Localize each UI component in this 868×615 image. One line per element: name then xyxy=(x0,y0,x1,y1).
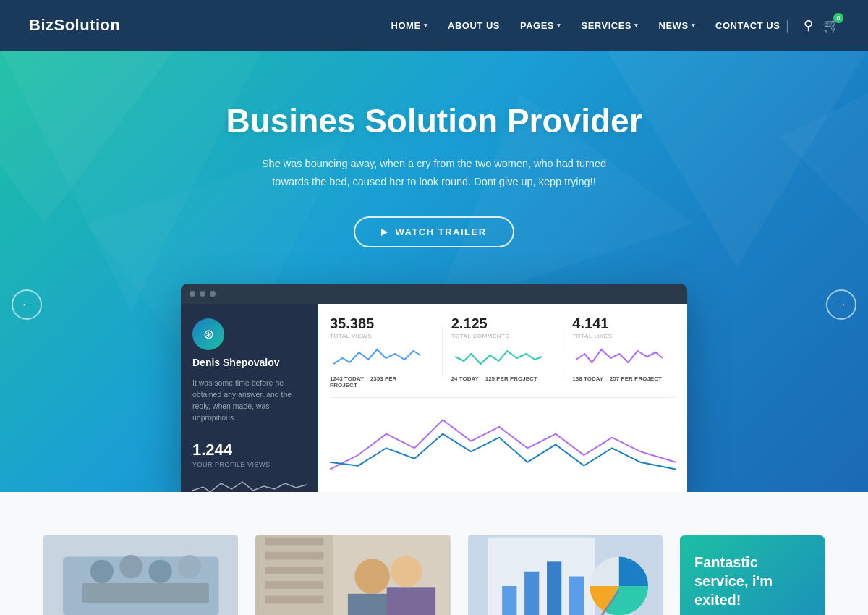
stat-label-comments: TOTAL COMMENTS xyxy=(451,333,546,339)
stats-divider-2 xyxy=(563,327,563,378)
chevron-down-icon: ▾ xyxy=(424,22,428,29)
stat-label-likes: TOTAL LIKES xyxy=(572,333,667,339)
hero-subtitle: She was bouncing away, when a cry from t… xyxy=(246,155,622,190)
svg-point-22 xyxy=(355,559,390,594)
svg-rect-30 xyxy=(547,562,561,615)
mockup-dot-3 xyxy=(210,291,216,297)
nav-item-services[interactable]: SERVICES ▾ xyxy=(582,20,639,31)
dashboard-mockup: ⊛ Denis Shepovalov It was some time befo… xyxy=(181,284,687,492)
stat-num-views: 35.385 xyxy=(330,315,425,332)
mockup-body: ⊛ Denis Shepovalov It was some time befo… xyxy=(181,304,687,492)
profile-avatar: ⊛ xyxy=(192,318,224,350)
chevron-down-icon: ▾ xyxy=(692,22,696,29)
service-img-3 xyxy=(468,535,663,615)
stat-sub-comments: 24 TODAY 125 PER PROJECT xyxy=(451,376,546,382)
svg-rect-31 xyxy=(569,577,584,615)
svg-marker-2 xyxy=(607,51,867,267)
hero-section: ← → Busines Solution Provider She was bo… xyxy=(0,51,868,492)
nav-item-about[interactable]: ABOUT US xyxy=(448,20,500,31)
svg-rect-19 xyxy=(265,567,324,574)
hero-title: Busines Solution Provider xyxy=(226,101,642,140)
nav-icons: ⚲ 🛒 0 xyxy=(804,17,839,33)
cart-icon[interactable]: 🛒 0 xyxy=(823,17,839,33)
search-icon[interactable]: ⚲ xyxy=(804,17,813,33)
svg-rect-17 xyxy=(265,538,324,546)
svg-point-11 xyxy=(178,555,201,578)
nav-item-news[interactable]: NEWS ▾ xyxy=(659,20,696,31)
svg-rect-25 xyxy=(387,588,435,615)
svg-point-10 xyxy=(148,560,171,583)
big-chart xyxy=(330,397,676,477)
nav-item-home[interactable]: HOME ▾ xyxy=(391,20,428,31)
svg-marker-0 xyxy=(0,51,174,224)
likes-chart xyxy=(572,344,667,370)
stats-divider-1 xyxy=(442,327,443,378)
service-card-2: Market Analysis The kit consists more th… xyxy=(255,535,450,615)
stat-item-views: 35.385 TOTAL VIEWS 1243 TODAY 2353 PER P… xyxy=(330,315,433,389)
site-logo[interactable]: BizSolution xyxy=(29,16,120,35)
svg-point-8 xyxy=(90,560,114,583)
profile-name: Denis Shepovalov xyxy=(192,356,307,369)
navbar: BizSolution HOME ▾ ABOUT US PAGES ▾ SERV… xyxy=(0,0,868,51)
chevron-down-icon: ▾ xyxy=(557,22,561,29)
stat-sub-views: 1243 TODAY 2353 PER PROJECT xyxy=(330,376,425,389)
svg-rect-28 xyxy=(502,586,516,615)
service-card-3: Investment Plan The kit consists more th… xyxy=(468,535,663,615)
svg-rect-20 xyxy=(265,582,324,590)
nav-divider: | xyxy=(786,18,789,33)
stat-sub-likes: 136 TODAY 257 PER PROJECT xyxy=(572,376,667,382)
cart-badge: 0 xyxy=(833,13,843,23)
svg-rect-21 xyxy=(265,596,324,604)
hero-next-button[interactable]: → xyxy=(826,289,856,320)
svg-rect-29 xyxy=(524,572,539,615)
service-card-1: Business Advising The kit consists more … xyxy=(43,535,238,615)
svg-marker-1 xyxy=(1,51,261,310)
comments-chart xyxy=(451,344,546,370)
promo-title: Fantastic service, i'm exited! xyxy=(694,553,810,609)
mockup-chart-area: 35.385 TOTAL VIEWS 1243 TODAY 2353 PER P… xyxy=(318,304,687,492)
svg-point-24 xyxy=(391,556,422,588)
nav-links: HOME ▾ ABOUT US PAGES ▾ SERVICES ▾ NEWS xyxy=(391,20,780,31)
mockup-sidebar: ⊛ Denis Shepovalov It was some time befo… xyxy=(181,304,318,492)
profile-desc: It was some time before he obtained any … xyxy=(192,378,307,423)
svg-rect-12 xyxy=(82,583,209,603)
views-chart xyxy=(330,344,425,370)
watch-trailer-button[interactable]: WATCH TRAILER xyxy=(354,216,514,247)
stat-item-comments: 2.125 TOTAL COMMENTS 24 TODAY 125 PER PR… xyxy=(451,315,555,389)
mockup-titlebar xyxy=(181,284,687,304)
mockup-dot-2 xyxy=(200,291,205,297)
service-img-2 xyxy=(255,535,450,615)
chevron-down-icon: ▾ xyxy=(634,22,639,29)
svg-rect-18 xyxy=(265,552,324,560)
svg-point-9 xyxy=(119,555,142,578)
svg-marker-3 xyxy=(780,51,868,310)
profile-views-label: YOUR PROFILE VIEWS xyxy=(192,461,307,468)
mockup-dot-1 xyxy=(190,291,195,297)
hero-prev-button[interactable]: ← xyxy=(12,289,42,320)
stat-item-likes: 4.141 TOTAL LIKES 136 TODAY 257 PER PROJ… xyxy=(572,315,676,389)
stat-num-comments: 2.125 xyxy=(451,315,546,332)
stats-row: 35.385 TOTAL VIEWS 1243 TODAY 2353 PER P… xyxy=(330,315,676,389)
stat-num-likes: 4.141 xyxy=(572,315,667,332)
profile-views-num: 1.244 xyxy=(192,441,307,459)
service-img-1 xyxy=(43,535,238,615)
play-icon xyxy=(381,229,388,236)
bottom-section: Business Advising The kit consists more … xyxy=(0,492,868,615)
nav-item-contact[interactable]: CONTACT US xyxy=(715,20,780,31)
stat-label-views: TOTAL VIEWS xyxy=(330,333,425,339)
nav-item-pages[interactable]: PAGES ▾ xyxy=(520,20,561,31)
promo-card: Fantastic service, i'm exited! Wireframe… xyxy=(680,535,825,615)
profile-views-chart xyxy=(192,474,307,492)
